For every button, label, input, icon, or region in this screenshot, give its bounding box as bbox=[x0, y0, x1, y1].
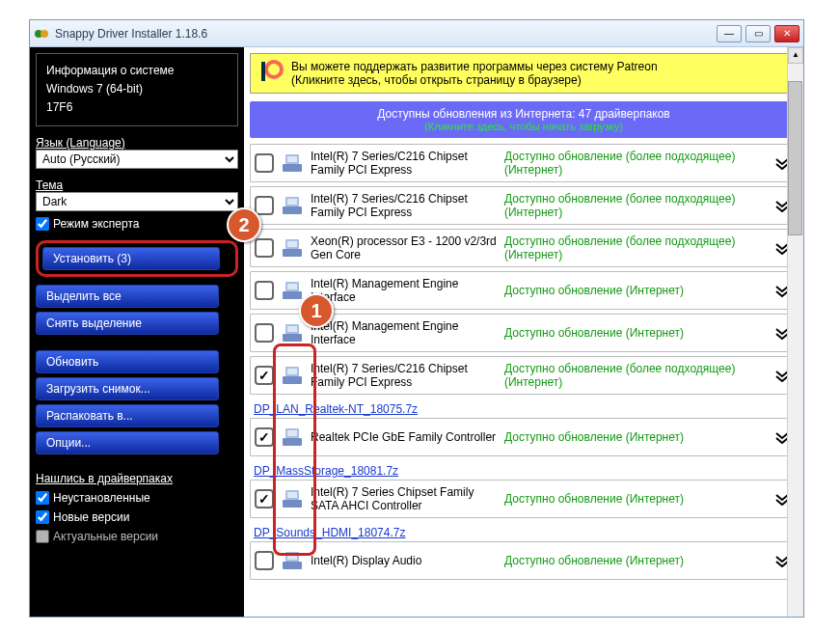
install-button[interactable]: Установить (3) bbox=[42, 247, 220, 270]
driver-checkbox[interactable] bbox=[255, 323, 274, 343]
filter-notinstalled-checkbox[interactable] bbox=[36, 491, 49, 505]
driver-status: Доступно обновление (Интернет) bbox=[504, 326, 766, 340]
driver-row: Realtek PCIe GbE Family ControllerДоступ… bbox=[250, 418, 798, 456]
filter-current-label: Актуальные версии bbox=[53, 530, 158, 543]
svg-rect-28 bbox=[283, 562, 302, 569]
theme-select[interactable]: Dark bbox=[36, 192, 238, 211]
update-banner[interactable]: Доступны обновления из Интернета: 47 дра… bbox=[250, 101, 798, 138]
svg-rect-27 bbox=[287, 492, 297, 498]
device-icon bbox=[280, 151, 305, 176]
install-highlight-frame: Установить (3) bbox=[36, 240, 238, 277]
device-icon bbox=[280, 278, 305, 303]
driver-checkbox[interactable] bbox=[255, 281, 274, 300]
driver-list-area: Вы можете поддержать развитие программы … bbox=[244, 47, 803, 617]
driver-row: Intel(R) Display AudioДоступно обновлени… bbox=[250, 541, 798, 580]
driver-name: Intel(R) 7 Series/C216 Chipset Family PC… bbox=[311, 362, 499, 389]
filter-current-row[interactable]: Актуальные версии bbox=[36, 530, 238, 543]
svg-rect-12 bbox=[287, 241, 297, 247]
language-label: Язык (Language) bbox=[36, 136, 238, 150]
svg-rect-21 bbox=[287, 369, 297, 374]
driver-checkbox[interactable] bbox=[255, 366, 274, 385]
svg-rect-24 bbox=[287, 430, 297, 436]
svg-rect-10 bbox=[283, 249, 302, 257]
driver-checkbox[interactable] bbox=[255, 153, 274, 173]
driver-row: Intel(R) 7 Series/C216 Chipset Family PC… bbox=[250, 356, 798, 395]
svg-rect-16 bbox=[283, 334, 302, 342]
filter-newer-checkbox[interactable] bbox=[36, 510, 49, 524]
driver-name: Intel(R) Management Engine Interface bbox=[311, 277, 499, 304]
device-icon bbox=[280, 235, 305, 261]
driverpack-header-mass[interactable]: DP_MassStorage_18081.7z bbox=[244, 460, 803, 480]
expert-mode-checkbox[interactable] bbox=[36, 217, 49, 231]
driver-row: Intel(R) 7 Series/C216 Chipset Family PC… bbox=[250, 144, 798, 182]
filter-notinstalled-row[interactable]: Неустановленные bbox=[36, 491, 238, 505]
device-icon bbox=[280, 320, 305, 345]
driver-checkbox[interactable] bbox=[255, 551, 274, 570]
driver-status: Доступно обновление (Интернет) bbox=[504, 284, 766, 297]
device-icon bbox=[280, 425, 305, 450]
update-banner-line2: (Кликните здесь, чтобы начать загрузку) bbox=[259, 121, 788, 132]
svg-point-2 bbox=[266, 62, 282, 77]
driver-checkbox[interactable] bbox=[255, 238, 274, 258]
minimize-button[interactable]: — bbox=[717, 25, 742, 42]
callout-two: 2 bbox=[227, 207, 261, 242]
scrollbar[interactable]: ▲ bbox=[787, 47, 803, 617]
driver-checkbox[interactable] bbox=[255, 489, 274, 508]
svg-rect-9 bbox=[287, 199, 297, 205]
sidebar: Информация о системе Windows 7 (64-bit) … bbox=[30, 47, 244, 617]
driver-status: Доступно обновление (Интернет) bbox=[504, 492, 766, 506]
maximize-button[interactable]: ▭ bbox=[745, 25, 771, 42]
driver-status: Доступно обновление (более подходящее) (… bbox=[504, 150, 766, 177]
refresh-button[interactable]: Обновить bbox=[36, 350, 219, 373]
driver-name: Realtek PCIe GbE Family Controller bbox=[311, 430, 499, 444]
app-icon bbox=[34, 26, 49, 41]
svg-rect-4 bbox=[283, 164, 302, 172]
svg-rect-18 bbox=[287, 326, 297, 332]
deselect-all-button[interactable]: Снять выделение bbox=[36, 312, 219, 335]
titlebar: Snappy Driver Installer 1.18.6 — ▭ ✕ bbox=[30, 20, 803, 47]
driver-status: Доступно обновление (более подходящее) (… bbox=[504, 192, 766, 219]
filter-newer-row[interactable]: Новые версии bbox=[36, 510, 238, 524]
svg-rect-13 bbox=[283, 291, 302, 299]
options-button[interactable]: Опции... bbox=[36, 431, 219, 454]
driver-name: Intel(R) 7 Series/C216 Chipset Family PC… bbox=[311, 192, 499, 219]
expert-mode-label: Режим эксперта bbox=[53, 217, 139, 231]
svg-point-1 bbox=[41, 30, 48, 38]
svg-rect-15 bbox=[287, 284, 297, 289]
device-icon bbox=[280, 363, 305, 388]
driver-name: Intel(R) 7 Series/C216 Chipset Family PC… bbox=[311, 150, 499, 177]
driver-name: Xeon(R) processor E3 - 1200 v2/3rd Gen C… bbox=[311, 234, 499, 261]
device-icon bbox=[280, 486, 305, 511]
update-banner-line1: Доступны обновления из Интернета: 47 дра… bbox=[259, 107, 788, 121]
filter-current-checkbox[interactable] bbox=[36, 530, 49, 543]
extract-button[interactable]: Распаковать в... bbox=[36, 404, 219, 427]
callout-one: 1 bbox=[299, 293, 334, 328]
svg-rect-6 bbox=[287, 156, 297, 162]
svg-rect-19 bbox=[283, 376, 302, 384]
patreon-banner[interactable]: Вы можете поддержать развитие программы … bbox=[250, 53, 798, 94]
scroll-up-button[interactable]: ▲ bbox=[788, 47, 803, 64]
select-all-button[interactable]: Выделить все bbox=[36, 285, 219, 308]
scroll-thumb[interactable] bbox=[788, 81, 802, 235]
driver-status: Доступно обновление (Интернет) bbox=[504, 554, 766, 567]
filter-notinstalled-label: Неустановленные bbox=[53, 491, 150, 505]
driverpack-header-lan[interactable]: DP_LAN_Realtek-NT_18075.7z bbox=[244, 398, 803, 418]
close-button[interactable]: ✕ bbox=[774, 25, 799, 42]
driver-name: Intel(R) Display Audio bbox=[311, 554, 499, 567]
driver-checkbox[interactable] bbox=[255, 196, 274, 215]
driver-checkbox[interactable] bbox=[255, 427, 274, 447]
patreon-line2: (Кликните здесь, чтобы открыть страницу … bbox=[291, 73, 658, 87]
driver-name: Intel(R) Management Engine Interface bbox=[311, 319, 499, 346]
language-select[interactable]: Auto (Русский) bbox=[36, 150, 238, 169]
expert-mode-row[interactable]: Режим эксперта bbox=[36, 217, 238, 231]
driver-row: Xeon(R) processor E3 - 1200 v2/3rd Gen C… bbox=[250, 229, 798, 267]
system-info-box: Информация о системе Windows 7 (64-bit) … bbox=[36, 53, 238, 126]
driver-row: Intel(R) 7 Series/C216 Chipset Family PC… bbox=[250, 186, 798, 225]
svg-rect-30 bbox=[287, 554, 297, 560]
driverpack-header-sound[interactable]: DP_Sounds_HDMI_18074.7z bbox=[244, 522, 803, 541]
sysinfo-id: 17F6 bbox=[46, 98, 228, 117]
window-title: Snappy Driver Installer 1.18.6 bbox=[55, 27, 717, 41]
patreon-icon bbox=[260, 60, 284, 83]
driver-row: Intel(R) Management Engine InterfaceДост… bbox=[250, 314, 798, 352]
load-snapshot-button[interactable]: Загрузить снимок... bbox=[36, 377, 219, 400]
